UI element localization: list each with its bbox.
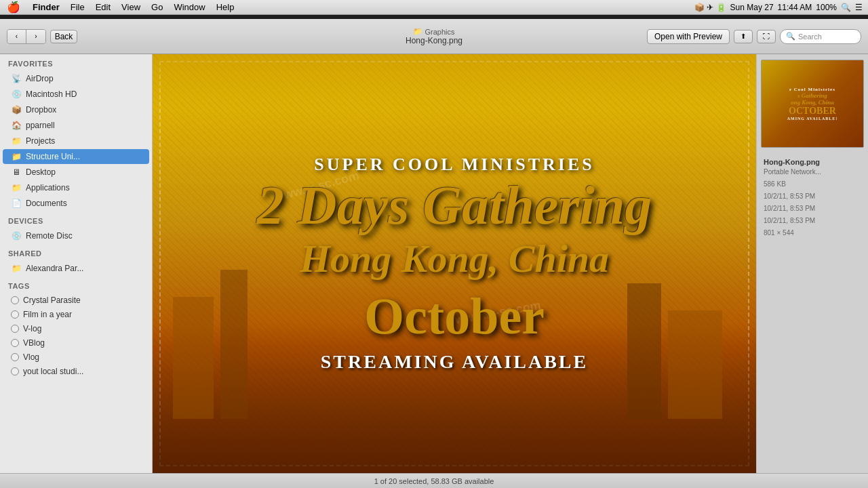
applications-icon: 📁 [11,182,22,193]
sidebar-item-alexandra[interactable]: 📁 Alexandra Par... [3,261,149,276]
nav-buttons: ‹ › [7,29,46,44]
favorites-header: FAVORITES [0,54,152,70]
preview-line1: Super Cool Ministries [314,155,594,175]
open-with-preview-button[interactable]: Open with Preview [647,29,730,44]
tag-vblog-label: VBlog [23,338,45,348]
tag-youtube-icon [11,367,19,375]
menu-date: Sun May 27 [730,3,774,12]
folder-icon: 📁 [413,27,422,36]
filesize-value: 586 KB [764,180,861,189]
remote-disc-label: Remote Disc [26,231,73,241]
sidebar-item-tag-vblog[interactable]: VBlog [3,336,149,350]
file-info-date1: 10/2/11, 8:53 PM [764,192,861,201]
thumb-text-4: OCTOBER [787,106,838,117]
finder-window: ‹ › Back 📁 Graphics Hong-Kong.png Open w… [0,19,868,488]
file-thumbnail: r Cool Ministries s Gathering ong Kong, … [761,60,864,148]
pparnell-icon: 🏠 [11,120,22,131]
airdrop-icon: 📡 [11,73,22,84]
toolbar-right: Open with Preview ⬆ ⛶ 🔍 Search [647,29,861,44]
menubar: 🍎 Finder File Edit View Go Window Help 📦… [0,0,868,15]
dropbox-label: Dropbox [26,105,56,115]
alexandra-label: Alexandra Par... [26,264,83,273]
toolbar-center: 📁 Graphics Hong-Kong.png [406,27,462,45]
menubar-edit[interactable]: Edit [90,2,116,12]
file-type-label: Portable Network... [764,167,861,177]
tag-crystal-icon [11,296,19,304]
menu-list[interactable]: ☰ [855,3,863,12]
sidebar-item-projects[interactable]: 📁 Projects [3,134,149,148]
search-placeholder: Search [798,33,822,41]
file-info-date3: 10/2/11, 8:53 PM [764,216,861,226]
applications-label: Applications [26,183,70,192]
sidebar-item-applications[interactable]: 📁 Applications [3,180,149,195]
sidebar-item-remote-disc[interactable]: 💿 Remote Disc [3,228,149,243]
tag-vlog-icon [11,325,19,333]
desktop-icon: 🖥 [11,167,22,178]
sidebar-item-documents[interactable]: 📄 Documents [3,196,149,211]
dimensions-value: 801 × 544 [764,228,861,238]
thumb-text-1: r Cool Ministries [787,87,838,92]
apple-menu[interactable]: 🍎 [0,1,27,14]
back-button[interactable]: ‹ [7,30,26,43]
sidebar-item-tag-film[interactable]: Film in a year [3,308,149,321]
forward-button[interactable]: › [26,30,45,43]
preview-line3: Hong Kong, China [300,236,609,281]
tag-vlog2-label: Vlog [23,352,39,362]
menubar-file[interactable]: File [65,2,90,12]
sidebar-item-macintosh-hd[interactable]: 💿 Macintosh HD [3,87,149,102]
menubar-window[interactable]: Window [168,2,210,12]
projects-label: Projects [26,136,55,146]
dropbox-icon: 📦 [11,104,22,115]
menubar-help[interactable]: Help [211,2,240,12]
file-info-name: Hong-Kong.png Portable Network... [764,157,861,177]
thumb-text-5: AMING AVAILABLE! [787,117,838,121]
menu-icons: 📦 ✈ 🔋 [694,3,726,12]
pparnell-label: pparnell [26,121,55,130]
preview-content: Super Cool Ministries 2 Days Gathering H… [153,54,756,473]
macintosh-hd-label: Macintosh HD [26,89,77,99]
menu-search[interactable]: 🔍 [841,3,851,12]
tag-crystal-label: Crystal Parasite [23,296,81,305]
shared-header: SHARED [0,244,152,260]
menubar-view[interactable]: View [116,2,146,12]
sidebar-item-structure-uni[interactable]: 📁 Structure Uni... [3,149,149,164]
current-filename: Hong-Kong.png [406,36,462,45]
thumb-text-2: s Gathering [787,92,838,99]
sidebar-item-dropbox[interactable]: 📦 Dropbox [3,102,149,117]
preview-line5: Streaming Available [321,351,588,373]
sidebar-item-tag-vlog[interactable]: V-log [3,322,149,336]
status-text: 1 of 20 selected, 58.83 GB available [374,477,494,485]
menu-battery: 100% [816,3,837,12]
documents-label: Documents [26,199,67,208]
file-info-date2: 10/2/11, 8:53 PM [764,204,861,214]
tags-header: TAGS [0,277,152,293]
tag-vlog2-icon [11,353,19,361]
alexandra-icon: 📁 [11,263,22,274]
menubar-go[interactable]: Go [146,2,168,12]
main-preview-area[interactable]: Super Cool Ministries 2 Days Gathering H… [153,54,756,473]
devices-header: DEVICES [0,211,152,228]
sidebar-item-tag-crystal[interactable]: Crystal Parasite [3,293,149,307]
sidebar-item-desktop[interactable]: 🖥 Desktop [3,165,149,180]
sidebar-item-tag-vlog2[interactable]: Vlog [3,350,149,364]
status-bar: 1 of 20 selected, 58.83 GB available [0,473,868,488]
fullscreen-button[interactable]: ⛶ [757,30,776,43]
documents-icon: 📄 [11,198,22,209]
back-text-button[interactable]: Back [50,30,77,43]
search-icon: 🔍 [786,32,795,41]
structure-uni-label: Structure Uni... [26,152,80,161]
menubar-right: 📦 ✈ 🔋 Sun May 27 11:44 AM 100% 🔍 ☰ [694,3,868,12]
file-date3-value: 10/2/11, 8:53 PM [764,216,861,226]
right-panel: r Cool Ministries s Gathering ong Kong, … [756,54,868,473]
share-button[interactable]: ⬆ [734,30,753,43]
sidebar-item-airdrop[interactable]: 📡 AirDrop [3,71,149,86]
folder-path: 📁 Graphics [413,27,454,36]
airdrop-label: AirDrop [26,74,54,83]
search-box[interactable]: 🔍 Search [780,29,861,44]
sidebar-item-tag-youtube[interactable]: yout local studi... [3,365,149,378]
sidebar-item-pparnell[interactable]: 🏠 pparnell [3,118,149,133]
menubar-finder[interactable]: Finder [27,2,65,12]
content-area: FAVORITES 📡 AirDrop 💿 Macintosh HD 📦 Dro… [0,54,868,473]
preview-line4: October [364,287,545,346]
remote-disc-icon: 💿 [11,230,22,241]
